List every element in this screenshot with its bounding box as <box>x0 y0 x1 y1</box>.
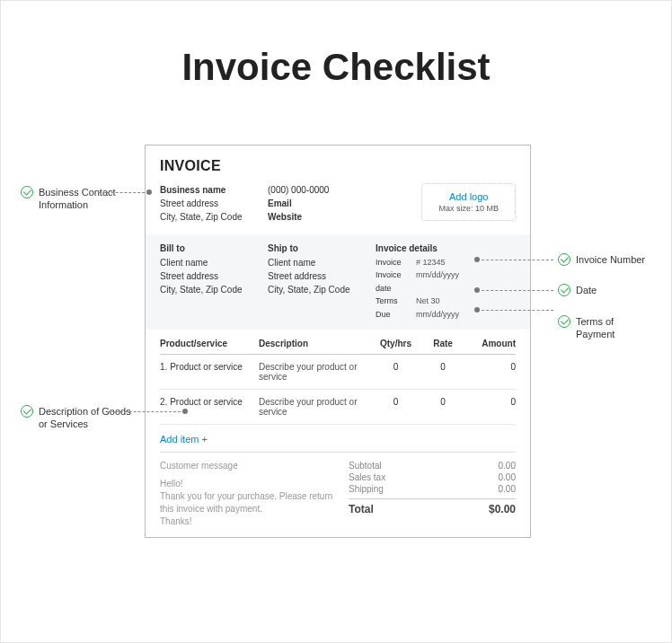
connector-line <box>482 290 553 291</box>
details-title: Invoice details <box>376 243 516 253</box>
message-column: Customer message Hello! Thank you for yo… <box>160 460 349 528</box>
shipto-title: Ship to <box>268 243 376 253</box>
contact-phone: (000) 000-0000 <box>268 183 367 197</box>
message-closing: Thanks! <box>160 515 349 528</box>
item-desc: Describe your product or service <box>259 397 371 417</box>
logo-upload[interactable]: Add logo Max size: 10 MB <box>421 183 516 221</box>
shipto-client: Client name <box>268 256 376 269</box>
subtotal-label: Subtotal <box>349 461 382 471</box>
annotation-invoice-number: Invoice Number <box>558 253 645 266</box>
annotation-date: Date <box>558 284 597 296</box>
add-logo-label: Add logo <box>438 191 499 202</box>
connector-line <box>482 260 553 260</box>
check-icon <box>558 315 570 328</box>
connector-dot <box>474 307 480 313</box>
item-qty: 0 <box>371 397 420 407</box>
billto-title: Bill to <box>160 243 268 253</box>
item-amt: 0 <box>465 362 516 372</box>
check-icon <box>21 405 33 418</box>
connector-line <box>98 192 145 193</box>
ship-val: 0.00 <box>499 484 516 494</box>
tax-val: 0.00 <box>499 472 516 482</box>
tax-label: Sales tax <box>349 472 385 482</box>
annotation-label: Invoice Number <box>576 253 645 266</box>
shipto-street: Street address <box>268 269 376 283</box>
item-rate: 0 <box>420 362 465 372</box>
contact-column: (000) 000-0000 Email Website <box>268 183 367 224</box>
logo-max-size: Max size: 10 MB <box>438 204 499 213</box>
item-rate: 0 <box>420 397 465 407</box>
annotation-terms: Terms of Payment <box>558 315 648 341</box>
items-header: Product/service Description Qty/hrs Rate… <box>160 330 516 355</box>
totals-column: Subtotal 0.00 Sales tax 0.00 Shipping 0.… <box>349 460 516 528</box>
item-name: 2. Product or service <box>160 397 259 407</box>
business-column: Business name Street address City, State… <box>160 183 268 224</box>
check-icon <box>558 253 570 266</box>
top-row: Business name Street address City, State… <box>160 183 516 224</box>
add-item-link[interactable]: Add item + <box>160 425 516 453</box>
billto-client: Client name <box>160 256 268 269</box>
item-row: 2. Product or service Describe your prod… <box>160 390 516 425</box>
annotation-label: Date <box>576 284 597 296</box>
business-city: City, State, Zip Code <box>160 210 268 224</box>
connector-dot <box>182 409 188 414</box>
due-label: Due <box>376 308 416 321</box>
connector-line <box>482 310 553 311</box>
message-greeting: Hello! <box>160 478 349 490</box>
connector-line <box>107 411 181 412</box>
message-title: Customer message <box>160 460 349 472</box>
item-name: 1. Product or service <box>160 362 259 372</box>
connector-dot <box>146 189 152 195</box>
total-val: $0.00 <box>489 503 516 515</box>
contact-website: Website <box>268 210 367 224</box>
ship-label: Shipping <box>349 484 384 494</box>
invoice-heading: INVOICE <box>160 158 516 174</box>
shipto-city: City, State, Zip Code <box>268 283 376 296</box>
invoice-num-label: Invoice <box>376 256 416 269</box>
message-body: Thank you for your purchase. Please retu… <box>160 490 349 515</box>
col-product: Product/service <box>160 339 259 348</box>
col-rate: Rate <box>420 339 465 348</box>
mid-section: Bill to Client name Street address City,… <box>146 234 530 330</box>
connector-dot <box>474 287 480 293</box>
connector-dot <box>474 257 480 262</box>
item-amt: 0 <box>465 397 516 407</box>
col-qty: Qty/hrs <box>371 339 420 348</box>
check-icon <box>558 284 570 296</box>
business-street: Street address <box>160 197 268 210</box>
billto-street: Street address <box>160 269 268 283</box>
business-name: Business name <box>160 183 268 197</box>
terms-label: Terms <box>376 295 416 307</box>
col-amount: Amount <box>465 339 516 348</box>
billto-city: City, State, Zip Code <box>160 283 268 296</box>
terms-val: Net 30 <box>416 295 516 307</box>
invoice-date-label: Invoice date <box>376 269 416 295</box>
annotation-label: Description of Goods or Services <box>39 405 137 431</box>
billto-column: Bill to Client name Street address City,… <box>160 243 268 321</box>
contact-email: Email <box>268 197 367 210</box>
invoice-card: INVOICE Business name Street address Cit… <box>145 145 531 538</box>
shipto-column: Ship to Client name Street address City,… <box>268 243 376 321</box>
col-description: Description <box>259 339 371 348</box>
annotation-label: Business Contact Information <box>39 186 137 212</box>
subtotal-val: 0.00 <box>499 461 516 471</box>
item-row: 1. Product or service Describe your prod… <box>160 355 516 390</box>
annotation-goods: Description of Goods or Services <box>21 405 137 431</box>
bottom-row: Customer message Hello! Thank you for yo… <box>160 453 516 528</box>
invoice-num-val: # 12345 <box>416 256 516 269</box>
annotation-business-contact: Business Contact Information <box>21 186 137 212</box>
item-desc: Describe your product or service <box>259 362 371 382</box>
annotation-label: Terms of Payment <box>576 315 648 341</box>
check-icon <box>21 186 33 198</box>
page-title: Invoice Checklist <box>19 46 653 89</box>
item-qty: 0 <box>371 362 420 372</box>
total-label: Total <box>349 503 374 515</box>
